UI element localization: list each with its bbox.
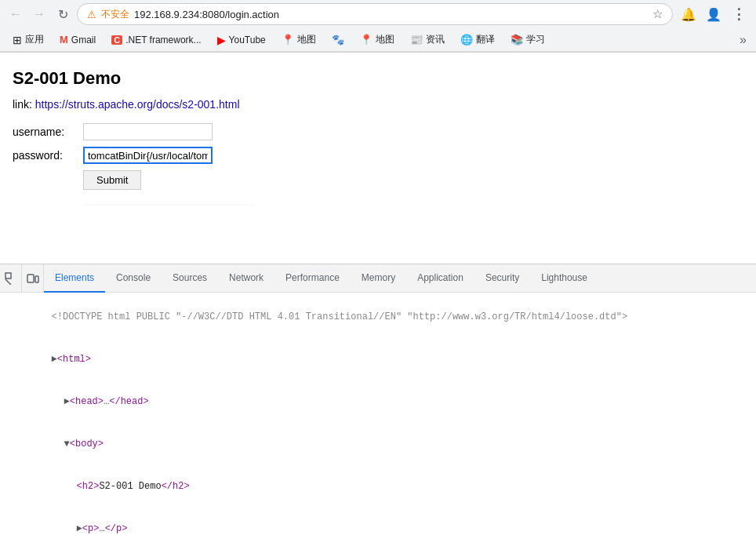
bookmark-label: 资讯	[426, 33, 445, 46]
bookmark-label: 翻译	[476, 33, 495, 46]
bookmark-star-icon[interactable]: ☆	[652, 7, 663, 21]
username-row: username:	[13, 123, 743, 140]
account-button[interactable]: 👤	[703, 3, 725, 25]
page-link-anchor[interactable]: https://struts.apache.org/docs/s2-001.ht…	[35, 98, 240, 111]
husky-icon: 🐾	[332, 34, 344, 46]
username-input[interactable]	[83, 123, 213, 140]
bookmark-news[interactable]: 📰 资讯	[404, 31, 451, 48]
bookmark-maps2[interactable]: 📍 地图	[354, 31, 401, 48]
bookmark-label: Gmail	[71, 35, 96, 46]
bookmark-youtube[interactable]: ▶ YouTube	[211, 32, 272, 48]
learn-icon: 📚	[511, 34, 523, 46]
dotnet-icon: C	[111, 35, 122, 45]
security-warning-icon: ⚠	[87, 9, 96, 20]
bookmark-label: YouTube	[229, 35, 266, 46]
apps-icon: ⊞	[13, 34, 22, 46]
bookmarks-bar: ⊞ 应用 M Gmail C .NET framework... ▶ YouTu…	[0, 28, 756, 52]
bookmark-gmail[interactable]: M Gmail	[53, 32, 102, 47]
bookmark-label: 应用	[25, 33, 44, 46]
bookmark-apps[interactable]: ⊞ 应用	[6, 31, 50, 48]
browser-chrome: ← → ↻ ⚠ 不安全 192.168.9.234:8080/login.act…	[0, 0, 756, 53]
bookmark-translate[interactable]: 🌐 翻译	[454, 31, 501, 48]
page-title: S2-001 Demo	[13, 68, 743, 89]
maps2-icon: 📍	[360, 34, 373, 46]
notifications-button[interactable]: 🔔	[678, 3, 700, 25]
nav-bar: ← → ↻ ⚠ 不安全 192.168.9.234:8080/login.act…	[0, 0, 756, 28]
gmail-icon: M	[60, 34, 68, 46]
link-prefix: link:	[13, 98, 32, 111]
reload-button[interactable]: ↻	[53, 5, 72, 24]
password-row: password:	[13, 147, 743, 164]
bookmark-label: 地图	[297, 33, 316, 46]
translate-icon: 🌐	[460, 34, 473, 46]
bookmark-label: .NET framework...	[125, 35, 201, 46]
bookmark-maps1[interactable]: 📍 地图	[275, 31, 322, 48]
submit-button[interactable]: Submit	[83, 170, 141, 190]
bookmark-husky[interactable]: 🐾	[325, 32, 351, 47]
bookmark-dotnet[interactable]: C .NET framework...	[105, 33, 207, 47]
forward-button[interactable]: →	[30, 5, 49, 24]
url-text: 192.168.9.234:8080/login.action	[134, 9, 279, 20]
bookmark-label: 地图	[376, 33, 394, 46]
main-content: S2-001 Demo link: https://struts.apache.…	[0, 53, 756, 206]
password-label: password:	[13, 149, 83, 162]
maps1-icon: 📍	[282, 34, 294, 46]
nav-icons-right: 🔔 👤 ⋮	[678, 3, 750, 25]
menu-button[interactable]: ⋮	[728, 3, 750, 25]
form-container: username: password: Submit	[13, 123, 743, 190]
bookmark-label: 学习	[526, 33, 545, 46]
page-link: link: https://struts.apache.org/docs/s2-…	[13, 98, 743, 111]
youtube-icon: ▶	[217, 34, 226, 46]
security-warning-text: 不安全	[101, 8, 129, 21]
news-icon: 📰	[410, 34, 423, 46]
back-button[interactable]: ←	[6, 5, 25, 24]
password-input[interactable]	[83, 147, 213, 164]
address-bar[interactable]: ⚠ 不安全 192.168.9.234:8080/login.action ☆	[77, 3, 673, 25]
bookmark-learn[interactable]: 📚 学习	[504, 31, 551, 48]
bookmarks-more-button[interactable]: »	[736, 31, 750, 49]
username-label: username:	[13, 126, 83, 138]
